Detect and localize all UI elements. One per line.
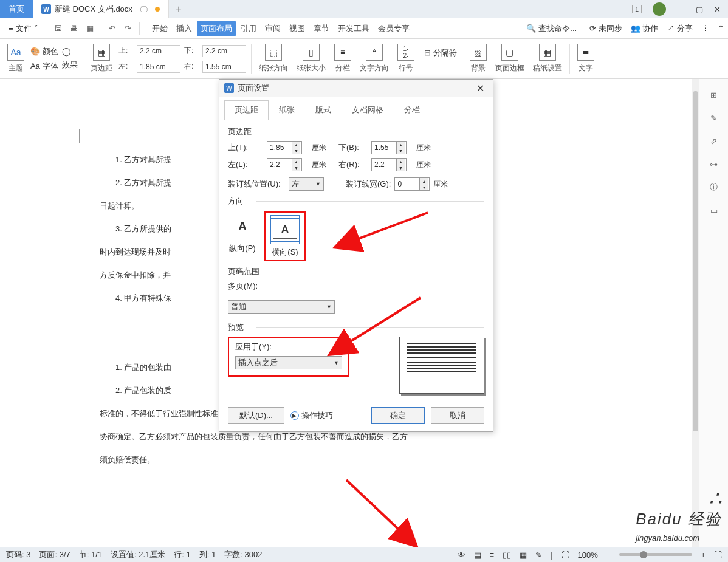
dlg-tab-columns[interactable]: 分栏: [394, 100, 430, 120]
page-border-button[interactable]: ▢页面边框: [493, 44, 527, 74]
theme-icon: Aa: [7, 44, 24, 61]
new-tab-button[interactable]: +: [169, 0, 188, 18]
bottom-input[interactable]: ▲▼: [371, 141, 407, 154]
operation-tip[interactable]: ▶操作技巧: [290, 410, 333, 421]
collab-button[interactable]: 👥 协作: [631, 23, 659, 34]
text-direction[interactable]: ᴬ文字方向: [357, 44, 391, 74]
collapse-ribbon[interactable]: ⌃: [718, 24, 724, 33]
status-page[interactable]: 页面: 3/7: [39, 549, 70, 560]
status-col[interactable]: 列: 1: [199, 549, 216, 560]
zoom-slider[interactable]: [619, 553, 692, 556]
select-icon[interactable]: ⬀: [708, 135, 720, 147]
color-button[interactable]: 🎨 颜色: [30, 46, 58, 57]
zoom-value[interactable]: 100%: [578, 550, 598, 560]
orientation-portrait[interactable]: A 纵向(P): [228, 211, 257, 261]
command-search[interactable]: 🔍 查找命令...: [522, 21, 581, 36]
fullscreen-icon[interactable]: ⛶: [714, 550, 722, 560]
tab-member[interactable]: 会员专享: [374, 21, 413, 36]
font-button[interactable]: Aa 字体: [30, 61, 58, 72]
tab-insert[interactable]: 插入: [173, 21, 196, 36]
view-read-icon[interactable]: ▯▯: [503, 550, 511, 560]
more-menu[interactable]: ︙: [701, 24, 709, 33]
margin-top-input[interactable]: [137, 45, 180, 57]
undo-icon[interactable]: ↶: [105, 21, 120, 36]
gutter-w-input[interactable]: ▲▼: [394, 177, 430, 191]
dlg-tab-layout[interactable]: 版式: [305, 100, 342, 120]
multi-combo[interactable]: 普通▼: [228, 300, 335, 314]
help-icon[interactable]: ⓘ: [708, 181, 720, 193]
word-icon: W: [41, 4, 51, 14]
grid-paper-button[interactable]: ▦稿纸设置: [531, 44, 565, 74]
margins-button[interactable]: ▦ 页边距: [88, 44, 115, 74]
eye-icon[interactable]: 👁: [458, 550, 465, 560]
vertical-scrollbar[interactable]: [692, 79, 699, 547]
top-input[interactable]: ▲▼: [267, 141, 302, 154]
paper-direction[interactable]: ⬚纸张方向: [256, 44, 290, 74]
status-section[interactable]: 节: 1/1: [79, 549, 102, 560]
fit-width-icon[interactable]: ⛶: [561, 550, 569, 560]
paper-size[interactable]: ▯纸张大小: [294, 44, 328, 74]
minimize-button[interactable]: —: [677, 5, 685, 14]
status-setval[interactable]: 设置值: 2.1厘米: [111, 549, 165, 560]
settings-icon[interactable]: ⊶: [708, 158, 720, 170]
dialog-titlebar[interactable]: W 页面设置 ✕: [219, 80, 493, 97]
view-outline-icon[interactable]: ≡: [490, 550, 495, 560]
scrollbar-thumb[interactable]: [693, 91, 698, 431]
margin-right-input[interactable]: [202, 61, 246, 73]
redo-icon[interactable]: ↷: [121, 21, 136, 36]
tab-start[interactable]: 开始: [148, 21, 171, 36]
print-preview-icon[interactable]: ▦: [83, 21, 97, 36]
maximize-button[interactable]: ▢: [696, 5, 703, 14]
print-icon[interactable]: 🖶: [67, 21, 81, 36]
zoom-out[interactable]: −: [606, 550, 611, 560]
columns-button[interactable]: ≡分栏: [332, 44, 354, 74]
sync-status[interactable]: ⟳ 未同步: [589, 23, 622, 34]
background-button[interactable]: ▨背景: [467, 44, 489, 74]
margin-left-input[interactable]: [137, 61, 180, 73]
tab-document[interactable]: W 新建 DOCX 文档.docx 🖵: [33, 0, 169, 18]
view-page-icon[interactable]: ▤: [474, 550, 481, 560]
left-m-input[interactable]: ▲▼: [267, 158, 302, 171]
view-edit-icon[interactable]: ✎: [535, 550, 542, 560]
theme-group[interactable]: Aa 主题: [5, 44, 27, 74]
dialog-close-button[interactable]: ✕: [473, 83, 488, 94]
effect-button[interactable]: 效果: [62, 60, 78, 70]
status-page-no[interactable]: 页码: 3: [6, 549, 30, 560]
pencil-icon[interactable]: ✎: [708, 112, 720, 124]
archive-icon[interactable]: ▭: [708, 204, 720, 216]
share-button[interactable]: ↗ 分享: [667, 23, 693, 34]
tab-review[interactable]: 审阅: [261, 21, 284, 36]
tab-home[interactable]: 首页: [0, 0, 33, 18]
effect-shape[interactable]: ◯: [62, 47, 78, 56]
ok-button[interactable]: 确定: [371, 407, 425, 424]
apply-combo[interactable]: 插入点之后▼: [235, 356, 342, 369]
tab-view[interactable]: 视图: [286, 21, 309, 36]
workspace-icon[interactable]: 1: [632, 5, 642, 13]
avatar[interactable]: [653, 2, 666, 16]
save-icon[interactable]: 🖫: [51, 21, 66, 36]
orientation-landscape[interactable]: A 横向(S): [264, 211, 306, 261]
toolbox-icon[interactable]: ⊞: [708, 89, 720, 101]
tab-sections[interactable]: 章节: [310, 21, 333, 36]
tab-developer[interactable]: 开发工具: [334, 21, 373, 36]
dlg-tab-paper[interactable]: 纸张: [269, 100, 305, 120]
text-wrap-button[interactable]: ≣文字: [575, 44, 597, 74]
view-web-icon[interactable]: ▦: [520, 550, 527, 560]
default-button[interactable]: 默认(D)...: [228, 407, 284, 424]
dlg-tab-grid[interactable]: 文档网格: [342, 100, 394, 120]
file-menu[interactable]: ≡ 文件 ˅: [4, 21, 43, 36]
right-m-input[interactable]: ▲▼: [371, 158, 407, 171]
status-row[interactable]: 行: 1: [174, 549, 190, 560]
line-numbers[interactable]: 1-2-行号: [395, 44, 417, 74]
zoom-in[interactable]: +: [701, 550, 706, 560]
gutter-pos-combo[interactable]: 左▼: [289, 177, 324, 191]
status-words[interactable]: 字数: 3002: [224, 549, 262, 560]
dlg-tab-margins[interactable]: 页边距: [224, 100, 269, 120]
top-label: 上(T):: [228, 142, 264, 153]
cancel-button[interactable]: 取消: [431, 407, 484, 424]
tab-references[interactable]: 引用: [237, 21, 260, 36]
close-button[interactable]: ✕: [714, 5, 721, 14]
margin-bottom-input[interactable]: [202, 45, 246, 57]
tab-page-layout[interactable]: 页面布局: [197, 21, 236, 36]
separator-button[interactable]: ⊟ 分隔符: [424, 47, 457, 58]
